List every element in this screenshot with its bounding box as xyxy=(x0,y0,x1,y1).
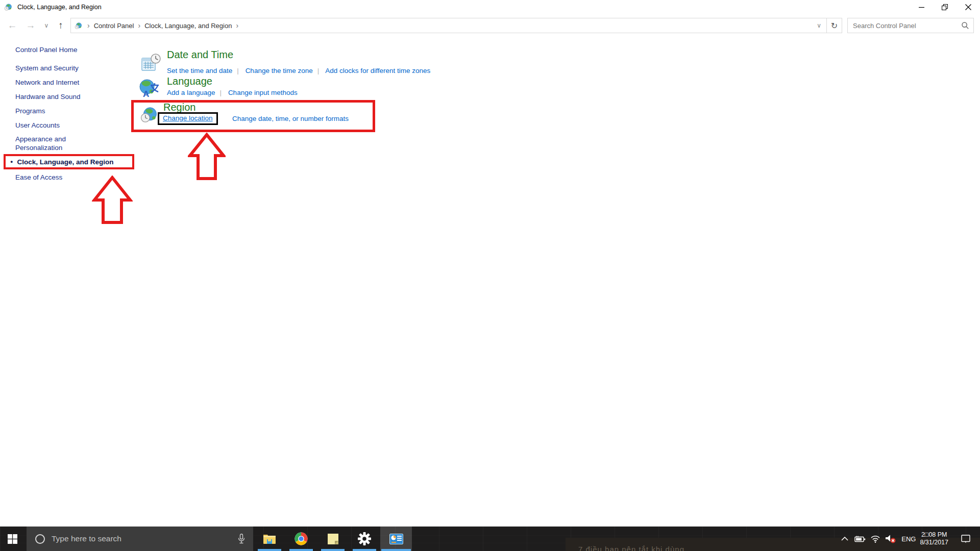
region-globe-clock-icon xyxy=(140,105,160,125)
taskbar-app-sticky-notes[interactable] xyxy=(317,527,349,551)
sidebar-item-user-accounts[interactable]: User Accounts xyxy=(15,118,128,133)
section-title-region[interactable]: Region xyxy=(163,102,195,113)
taskbar: 7 điều bạn nên tắt khi dùng Type here to… xyxy=(0,527,980,551)
window-controls xyxy=(910,0,980,14)
link-change-time-zone[interactable]: Change the time zone xyxy=(246,67,313,74)
svg-text:A: A xyxy=(143,89,149,98)
taskbar-app-chrome[interactable] xyxy=(285,527,317,551)
battery-icon[interactable] xyxy=(852,527,868,551)
link-set-time-and-date[interactable]: Set the time and date xyxy=(167,67,232,74)
clock-language-region-icon xyxy=(4,3,13,12)
breadcrumb-control-panel[interactable]: Control Panel xyxy=(94,22,134,30)
wifi-icon[interactable] xyxy=(868,527,883,551)
calendar-clock-icon xyxy=(141,53,161,73)
sidebar-item-system-and-security[interactable]: System and Security xyxy=(15,61,128,76)
sticky-notes-icon xyxy=(327,533,339,545)
history-chevron-icon[interactable]: ∨ xyxy=(41,14,52,37)
cortana-icon[interactable] xyxy=(35,534,45,544)
section-title-language[interactable]: Language xyxy=(167,76,212,87)
breadcrumb-chevron-icon[interactable]: › xyxy=(236,21,238,30)
taskbar-open-indicator xyxy=(381,549,411,551)
microphone-icon[interactable] xyxy=(238,534,245,544)
link-change-input-methods[interactable]: Change input methods xyxy=(228,89,298,96)
sidebar: Control Panel Home System and Security N… xyxy=(0,37,128,185)
taskbar-search-placeholder: Type here to search xyxy=(52,534,238,543)
taskbar-open-indicator xyxy=(258,549,281,551)
taskbar-search[interactable]: Type here to search xyxy=(27,527,253,551)
system-tray: ENG 2□08 PM 8/31/2017 xyxy=(837,527,980,551)
sidebar-item-hardware-and-sound[interactable]: Hardware and Sound xyxy=(15,90,128,104)
close-button[interactable] xyxy=(957,0,980,14)
sidebar-item-network-and-internet[interactable]: Network and Internet xyxy=(15,76,128,90)
taskbar-app-file-explorer[interactable] xyxy=(254,527,285,551)
minimize-button[interactable] xyxy=(910,0,933,14)
link-add-language[interactable]: Add a language xyxy=(167,89,215,96)
tray-language-indicator[interactable]: ENG xyxy=(901,535,916,543)
annotation-arrow-up-region xyxy=(188,133,226,181)
taskbar-open-indicator xyxy=(289,549,313,551)
settings-gear-icon xyxy=(358,532,371,545)
sidebar-item-appearance-personalization[interactable]: Appearance and Personalization xyxy=(15,133,102,152)
search-icon[interactable] xyxy=(962,22,969,29)
address-bar[interactable]: › Control Panel › Clock, Language, and R… xyxy=(70,18,827,33)
date-time-links: Set the time and date| Change the time z… xyxy=(167,67,430,74)
link-separator: | xyxy=(317,67,320,74)
section-title-date-and-time[interactable]: Date and Time xyxy=(167,49,233,61)
main-content: Date and Time Set the time and date| Cha… xyxy=(128,37,980,527)
tray-date: 8/31/2017 xyxy=(920,539,948,546)
tray-chevron-up-icon[interactable] xyxy=(837,527,852,551)
forward-icon[interactable]: → xyxy=(22,14,39,37)
navigation-bar: ← → ∨ ↑ › Control Panel › Clock, Languag… xyxy=(0,14,980,37)
annotation-red-box-region: Region Change location Change date, time… xyxy=(131,100,375,132)
sidebar-item-clock-language-region[interactable]: Clock, Language, and Region xyxy=(17,158,113,166)
back-icon[interactable]: ← xyxy=(4,14,20,37)
control-panel-search xyxy=(847,18,974,33)
annotation-red-box-sidebar: ● Clock, Language, and Region xyxy=(4,154,134,169)
taskbar-apps xyxy=(254,527,412,551)
breadcrumb-current[interactable]: Clock, Language, and Region xyxy=(144,22,232,30)
windows-logo-icon xyxy=(8,534,17,544)
file-explorer-icon xyxy=(263,533,276,544)
link-separator: | xyxy=(220,89,222,96)
tray-clock[interactable]: 2□08 PM 8/31/2017 xyxy=(920,531,948,546)
link-separator: | xyxy=(237,67,239,74)
sidebar-item-control-panel-home[interactable]: Control Panel Home xyxy=(15,45,128,55)
up-icon[interactable]: ↑ xyxy=(53,14,68,37)
desktop-caption-fragment: 7 điều bạn nên tắt khi dùng xyxy=(578,545,684,551)
breadcrumb-chevron-icon[interactable]: › xyxy=(138,21,140,30)
window-title: Clock, Language, and Region xyxy=(17,4,102,11)
link-add-clocks[interactable]: Add clocks for different time zones xyxy=(325,67,430,74)
link-change-location[interactable]: Change location xyxy=(163,114,213,122)
action-center-icon[interactable] xyxy=(955,527,976,551)
breadcrumb-chevron-icon: › xyxy=(87,21,90,30)
taskbar-open-indicator xyxy=(321,549,345,551)
link-change-date-time-number-formats[interactable]: Change date, time, or number formats xyxy=(232,115,349,122)
restore-button[interactable] xyxy=(933,0,957,14)
taskbar-open-indicator xyxy=(353,549,376,551)
desktop-screen: Clock, Language, and Region ← → ∨ ↑ › Co… xyxy=(0,0,980,551)
taskbar-app-settings[interactable] xyxy=(349,527,380,551)
window-titlebar: Clock, Language, and Region xyxy=(0,0,980,14)
start-button[interactable] xyxy=(0,527,24,551)
speaker-muted-icon[interactable] xyxy=(883,527,898,551)
refresh-button[interactable]: ↻ xyxy=(827,18,842,33)
control-panel-icon xyxy=(389,534,403,544)
tray-time: 2□08 PM xyxy=(920,531,948,539)
chrome-icon xyxy=(295,532,308,545)
search-input[interactable] xyxy=(848,22,962,30)
address-dropdown-icon[interactable]: ∨ xyxy=(817,22,821,29)
language-globe-icon: A xyxy=(139,78,159,98)
bullet-icon: ● xyxy=(10,159,13,164)
annotation-arrow-up-sidebar xyxy=(92,176,133,224)
sidebar-item-programs[interactable]: Programs xyxy=(15,104,128,118)
annotation-black-box: Change location xyxy=(158,112,218,125)
taskbar-app-control-panel[interactable] xyxy=(380,527,412,551)
language-links: Add a language| Change input methods xyxy=(167,89,298,96)
breadcrumb-app-icon xyxy=(75,21,83,30)
